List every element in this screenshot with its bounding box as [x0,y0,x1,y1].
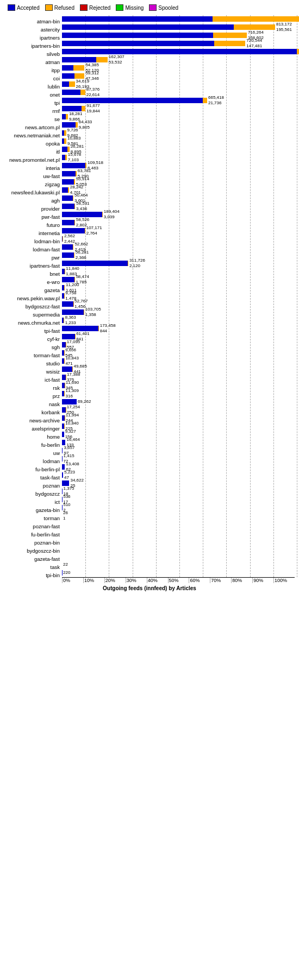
table-row: rsk11,690345 [62,382,295,389]
table-row: coi59,31247,346 [62,72,295,80]
bar-refused [74,204,75,209]
bar-values: 11,309316 [66,388,79,399]
bar-container: 34,61926,193 [62,81,89,87]
bar-wrapper [62,98,207,103]
accepted-value: 50,464 [74,193,88,198]
accepted-value: 17,388 [67,372,80,377]
bar-values: 189,4043,039 [104,209,120,219]
bar-wrapper [62,309,84,315]
row-label: news.promontel.net.pl [2,157,60,163]
accepted-value: 173,458 [100,323,116,328]
row-label: axelspringer [2,426,60,432]
bar-wrapper [62,187,69,193]
bar-refused [66,114,68,119]
bar-refused [67,147,69,152]
bar-container: 173,458844 [62,325,116,332]
legend: AcceptedRefusedRejectedMissingSpooled [2,4,297,11]
bar-wrapper [62,33,247,38]
table-row: atman-bin712,015664,232 [62,15,295,23]
row-label: provider [2,206,60,212]
row-label: astercity [2,27,60,33]
accepted-value: 17,095 [67,339,80,345]
bar-refused [73,244,73,250]
accepted-value: 13,408 [66,461,79,467]
bar-refused [85,228,85,233]
table-row: newsfeed.lukawski.pl28,2424,701 [62,186,295,194]
row-label: gazeta [2,287,60,293]
bar-wrapper [62,179,75,185]
row-label: uw [2,450,60,456]
bar-container: 16,464133 [62,439,80,446]
bar-refused [69,81,74,87]
x-tick: 50% [168,578,189,583]
x-tick: 0% [62,578,83,583]
bar-container: 107,1712,764 [62,227,102,234]
bar-container: 9,7269,682 [62,130,78,136]
bar-values: 69,262 [78,399,91,404]
row-label: gazeta-fast [2,556,60,562]
bar-wrapper [62,73,84,79]
table-row: poznan-bin [62,536,295,544]
bar-refused [234,24,275,30]
bar-values: 8,3631,233 [65,315,76,325]
bar-values: 162,30753,532 [109,54,124,65]
bar-wrapper [62,334,75,339]
bar-wrapper [62,358,64,364]
legend-item: Accepted [8,4,40,11]
bar-accepted [62,122,76,128]
bar-accepted [62,114,66,119]
table-row: lodman1,41572 [62,455,295,463]
row-label: poznan [2,483,60,489]
bar-wrapper [62,342,66,347]
bar-refused [63,236,63,242]
bar-accepted [62,212,102,217]
bar-container [62,537,63,543]
accepted-value: 17,254 [67,404,80,410]
bar-wrapper [62,90,85,95]
bar-wrapper [62,277,74,282]
legend-label: Rejected [89,5,110,11]
row-label: gazeta-bin [2,507,60,513]
bar-accepted [62,147,67,152]
bar-container: 59,31247,346 [62,73,99,79]
bar-container: 109,5186,463 [62,162,103,169]
accepted-value: 9,656 [65,347,76,353]
bar-container: 26,2818,895 [62,146,84,153]
bar-container: 813,172195,561 [62,24,292,30]
bar-wrapper [62,326,99,331]
bar-accepted [62,277,74,282]
bar-wrapper [62,122,78,128]
bar-refused [213,33,247,38]
bar-values: 15,6787,103 [68,152,81,162]
bar-accepted [62,98,203,103]
table-row: axelspringer10,840225 [62,422,295,430]
table-row: provider58,5313,436 [62,203,295,210]
accepted-value: 3,657 [64,445,74,451]
bar-wrapper [62,220,75,225]
bar-wrapper [62,195,73,201]
row-label: bnet [2,271,60,277]
x-tick: 90% [252,578,273,583]
bar-wrapper [62,65,84,71]
bar-accepted [62,326,98,331]
bar-container: 3,65797 [62,447,74,454]
accepted-value: 665,418 [208,95,224,100]
bar-container: 69,262 [62,399,91,405]
bar-accepted [62,65,73,71]
table-row: opoka10,8839,581 [62,137,295,145]
row-label: e-wro [2,279,60,285]
legend-item: Rejected [80,4,110,11]
bar-container: 11,690345 [62,382,79,389]
row-label: fu-berlin-fast [2,532,60,538]
accepted-value: 162,307 [109,54,124,60]
bar-wrapper [62,261,128,266]
bar-container: 8,3631,233 [62,317,76,324]
bar-wrapper [62,41,245,46]
bar-wrapper [62,16,299,22]
bar-wrapper [62,472,63,478]
bar-values: 311,7262,120 [129,258,145,268]
bar-accepted [62,334,75,339]
bar-container: 9,7581,478 [62,293,76,299]
bar-container: 189,4043,039 [62,211,120,218]
bar-wrapper [62,350,64,356]
